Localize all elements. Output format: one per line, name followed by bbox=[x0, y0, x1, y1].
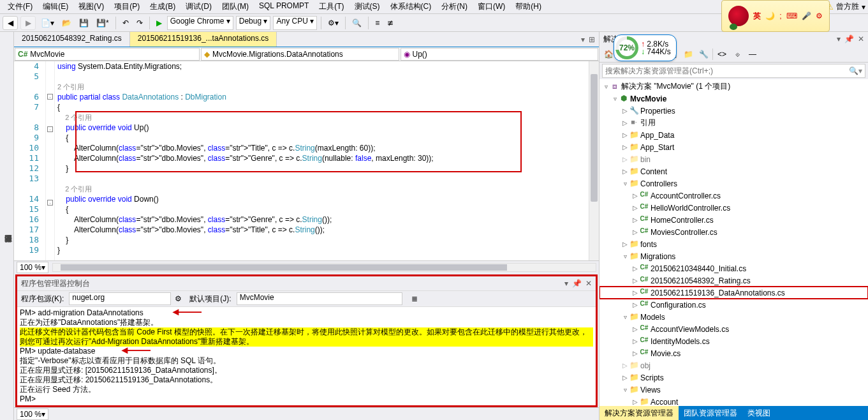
tree-item[interactable]: ▿📁Migrations bbox=[600, 250, 868, 262]
nav-back-button[interactable]: ◀ bbox=[3, 16, 18, 30]
tab-dropdown-icon[interactable]: ▾ bbox=[581, 35, 585, 44]
tree-item[interactable]: ▷C#Configuration.cs bbox=[600, 299, 868, 311]
default-project-combo[interactable]: MvcMovie bbox=[237, 292, 402, 305]
source-combo[interactable]: nuget.org bbox=[69, 292, 171, 305]
open-button[interactable]: 📂 bbox=[59, 17, 74, 29]
solution-node[interactable]: ▿⧈ 解决方案 "MvcMovie" (1 个项目) bbox=[600, 80, 868, 93]
class-combo[interactable]: ◆ MvcMovie.Migrations.DataAnnotations bbox=[201, 48, 399, 61]
code-line[interactable]: public override void Up() bbox=[57, 123, 599, 133]
menu-item[interactable]: 项目(P) bbox=[109, 0, 145, 13]
preview-button[interactable]: <> bbox=[716, 48, 728, 61]
code-line[interactable]: AlterColumn(class="str">"dbo.Movies", cl… bbox=[57, 153, 599, 163]
code-line[interactable]: 2 个引用 bbox=[57, 184, 599, 194]
horizontal-scrollbar[interactable] bbox=[52, 263, 596, 272]
document-tab[interactable]: 201506211519136_...taAnnotations.cs bbox=[130, 32, 277, 47]
tree-item[interactable]: ▿📁Controllers bbox=[600, 177, 868, 190]
tree-item[interactable]: ▷■·引用 bbox=[600, 117, 868, 129]
sln-close-icon[interactable]: ✕ bbox=[858, 34, 864, 43]
tree-item[interactable]: ▷📁Scripts bbox=[600, 371, 868, 384]
code-line[interactable]: public partial class DataAnnotations : D… bbox=[57, 92, 599, 102]
menu-item[interactable]: 编辑(E) bbox=[38, 0, 73, 13]
menu-item[interactable]: 生成(B) bbox=[145, 0, 180, 13]
member-combo[interactable]: ◉ Up() bbox=[401, 48, 599, 61]
solution-tree[interactable]: ▿⧈ 解决方案 "MvcMovie" (1 个项目) ▿⬢ MvcMovie ▷… bbox=[600, 79, 868, 406]
view-button[interactable]: — bbox=[746, 48, 759, 61]
performance-widget[interactable]: 72% 2.8K/s 744K/s bbox=[614, 34, 677, 61]
bottom-tab[interactable]: 团队资源管理器 bbox=[679, 406, 742, 420]
code-line[interactable]: using System.Data.Entity.Migrations; bbox=[57, 61, 599, 71]
console-dropdown-icon[interactable]: ▾ bbox=[564, 279, 568, 288]
menu-item[interactable]: SQL PROMPT bbox=[254, 0, 314, 13]
tree-item[interactable]: ▷📁App_Start bbox=[600, 141, 868, 153]
code-line[interactable] bbox=[57, 71, 599, 82]
comment-button[interactable]: ≡ bbox=[372, 17, 382, 29]
bottom-tab[interactable]: 类视图 bbox=[742, 406, 776, 420]
menu-item[interactable]: 体系结构(C) bbox=[385, 0, 437, 13]
tree-item[interactable]: ▷📁App_Data bbox=[600, 129, 868, 141]
save-button[interactable]: 💾 bbox=[77, 17, 91, 29]
tree-item[interactable]: ▿📁Models bbox=[600, 311, 868, 323]
menu-item[interactable]: 帮助(H) bbox=[510, 0, 547, 13]
new-button[interactable]: 📄▾ bbox=[38, 17, 57, 29]
bottom-tab[interactable]: 解决方案资源管理器 bbox=[600, 406, 679, 420]
settings-button[interactable]: ⚙ bbox=[175, 294, 182, 303]
user-name[interactable]: 曾方胜 bbox=[836, 1, 859, 12]
code-line[interactable]: { bbox=[57, 204, 599, 214]
menu-item[interactable]: 工具(T) bbox=[314, 0, 349, 13]
vertical-scrollbar[interactable] bbox=[589, 61, 599, 260]
code-line[interactable]: { bbox=[57, 102, 599, 112]
browser-combo[interactable]: Google Chrome ▾ bbox=[167, 16, 233, 30]
code-line[interactable]: } bbox=[57, 245, 599, 255]
tree-item[interactable]: ▷C#AccountController.cs bbox=[600, 190, 868, 202]
tree-item[interactable]: ▷📁fonts bbox=[600, 238, 868, 250]
tree-item[interactable]: ▷📁bin bbox=[600, 153, 868, 165]
tree-item[interactable]: ▷C#HomeController.cs bbox=[600, 214, 868, 226]
code-line[interactable]: 2 个引用 bbox=[57, 82, 599, 92]
view-code-button[interactable]: ⟐ bbox=[731, 48, 744, 61]
code-line[interactable]: public override void Down() bbox=[57, 194, 599, 204]
console-output[interactable]: ◂—— ◂—— PM> add-migration DataAnnotation… bbox=[17, 307, 596, 405]
document-tab[interactable]: 201506210548392_Rating.cs bbox=[14, 32, 130, 47]
menu-item[interactable]: 分析(N) bbox=[436, 0, 473, 13]
left-tool-strip[interactable]: 服务器资源管理器 bbox=[0, 32, 14, 420]
tree-item[interactable]: ▷📁Account bbox=[600, 396, 868, 406]
tree-item[interactable]: ▷C#201506210548392_Rating.cs bbox=[600, 274, 868, 287]
platform-combo[interactable]: Any CPU ▾ bbox=[273, 16, 317, 30]
code-line[interactable]: AlterColumn(class="str">"dbo.Movies", cl… bbox=[57, 225, 599, 235]
tree-item[interactable]: ▷📁obj bbox=[600, 359, 868, 371]
code-line[interactable]: AlterColumn(class="str">"dbo.Movies", cl… bbox=[57, 143, 599, 153]
menu-item[interactable]: 视图(V) bbox=[73, 0, 109, 13]
config-combo[interactable]: Debug ▾ bbox=[236, 16, 271, 30]
undo-button[interactable]: ↶ bbox=[120, 17, 131, 29]
start-button[interactable]: ▶ bbox=[154, 17, 165, 29]
code-line[interactable]: } bbox=[57, 235, 599, 245]
find-button[interactable]: 🔍 bbox=[349, 17, 364, 29]
show-all-button[interactable]: 📁 bbox=[682, 48, 695, 61]
code-line[interactable] bbox=[57, 174, 599, 184]
tree-item[interactable]: ▷C#MoviesController.cs bbox=[600, 226, 868, 238]
uncomment-button[interactable]: ≢ bbox=[385, 17, 396, 29]
tree-item[interactable]: ▷C#HelloWorldController.cs bbox=[600, 202, 868, 214]
tree-item[interactable]: ▷C#AccountViewModels.cs bbox=[600, 323, 868, 335]
console-close-icon[interactable]: ✕ bbox=[585, 279, 592, 288]
console-title-bar[interactable]: 程序包管理器控制台 ▾ 📌 ✕ bbox=[17, 276, 596, 290]
save-all-button[interactable]: 💾* bbox=[94, 17, 112, 29]
tree-item[interactable]: ▷C#IdentityModels.cs bbox=[600, 335, 868, 347]
clear-button[interactable]: ≣ bbox=[411, 294, 418, 303]
menu-item[interactable]: 窗口(W) bbox=[473, 0, 510, 13]
menu-item[interactable]: 文件(F) bbox=[3, 0, 38, 13]
menu-item[interactable]: 调试(D) bbox=[180, 0, 217, 13]
sln-search-input[interactable] bbox=[605, 66, 849, 75]
code-line[interactable]: { bbox=[57, 133, 599, 143]
code-line[interactable]: 2 个引用 bbox=[57, 112, 599, 123]
menu-item[interactable]: 团队(M) bbox=[217, 0, 254, 13]
nav-fwd-button[interactable]: ▶ bbox=[20, 16, 36, 30]
tree-item[interactable]: ▷C#201506210348440_Initial.cs bbox=[600, 262, 868, 274]
tree-item[interactable]: ▷C#201506211519136_DataAnnotations.cs bbox=[600, 287, 868, 299]
code-line[interactable]: } bbox=[57, 163, 599, 174]
zoom-combo[interactable]: 100 % ▾ bbox=[17, 262, 48, 273]
sln-dropdown-icon[interactable]: ▾ bbox=[837, 34, 841, 43]
sln-search-box[interactable]: 🔍 ▾ bbox=[602, 64, 865, 78]
tree-item[interactable]: ▷C#Movie.cs bbox=[600, 347, 868, 359]
properties-button[interactable]: 🔧 bbox=[697, 48, 710, 61]
